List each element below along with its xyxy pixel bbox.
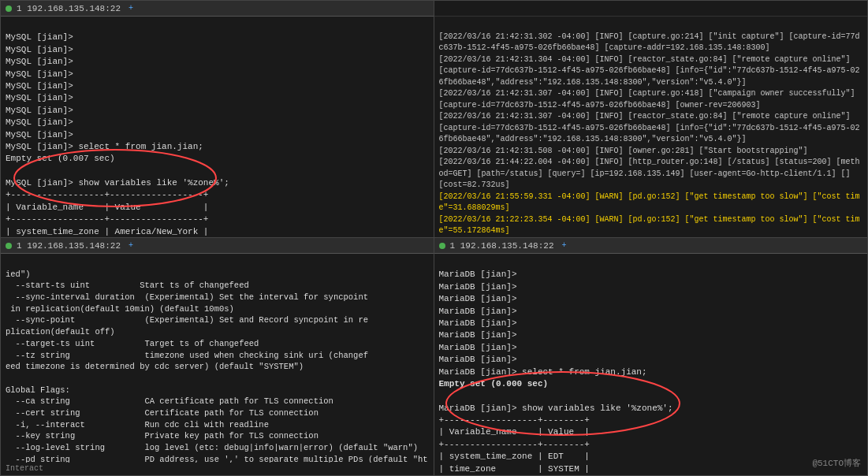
titlebar-bottom-left: 1 192.168.135.148:22 + (1, 238, 434, 254)
titlebar-bottom-right: 1 192.168.135.148:22 + (434, 238, 868, 254)
titlebar-text-top-left: 1 192.168.135.148:22 (17, 4, 121, 13)
green-dot-top-left (6, 6, 12, 12)
plus-icon-bottom[interactable]: + (129, 241, 133, 250)
mariadb-prompts: MariaDB [jian]> MariaDB [jian]> MariaDB … (439, 270, 647, 376)
content-bottom-left: ied") --start-ts uint Start ts of change… (1, 254, 434, 463)
content-bottom-right: MariaDB [jian]> MariaDB [jian]> MariaDB … (434, 254, 868, 475)
panel-top-left: 1 192.168.135.148:22 + MySQL [jian]> MyS… (0, 0, 434, 238)
green-dot-bottom-left (6, 243, 12, 249)
log-line-3: [2022/03/16 21:42:31.307 -04:00] [INFO] … (439, 89, 860, 110)
panel-bottom-right: 1 192.168.135.148:22 + MariaDB [jian]> M… (434, 238, 869, 476)
interact-label: Interact (6, 464, 43, 473)
plus-icon[interactable]: + (129, 4, 133, 13)
content-top-right: [2022/03/16 21:42:31.302 -04:00] [INFO] … (434, 17, 868, 237)
panel-top-right: [2022/03/16 21:42:31.302 -04:00] [INFO] … (434, 0, 869, 238)
log-line-2: [2022/03/16 21:42:31.304 -04:00] [INFO] … (439, 55, 860, 87)
titlebar-text-bottom-left: 1 192.168.135.148:22 (17, 241, 121, 251)
plus-icon-br[interactable]: + (562, 241, 567, 250)
cdc-help-text: ied") --start-ts uint Start ts of change… (6, 270, 428, 463)
log-warn-2: [2022/03/16 21:22:23.354 -04:00] [WARN] … (439, 215, 860, 236)
titlebar-top-right (434, 1, 868, 17)
interact-bar: Interact (1, 463, 434, 475)
content-top-left: MySQL [jian]> MySQL [jian]> MySQL [jian]… (1, 17, 434, 237)
panel-bottom-left: 1 192.168.135.148:22 + ied") --start-ts … (0, 238, 434, 476)
log-line-1: [2022/03/16 21:42:31.302 -04:00] [INFO] … (439, 32, 860, 53)
log-line-6: [2022/03/16 21:44:22.004 -04:00] [INFO] … (439, 158, 860, 189)
log-line-4: [2022/03/16 21:42:31.307 -04:00] [INFO] … (439, 112, 860, 143)
log-warn-1: [2022/03/16 21:55:59.331 -04:00] [WARN] … (439, 192, 860, 213)
titlebar-text-bottom-right: 1 192.168.135.148:22 (450, 241, 554, 251)
green-dot-bottom-right (439, 243, 445, 249)
mariadb-empty: Empty set (0.000 sec) MariaDB [jian]> sh… (439, 379, 673, 475)
titlebar-top-left: 1 192.168.135.148:22 + (1, 1, 434, 17)
mysql-prompts: MySQL [jian]> MySQL [jian]> MySQL [jian]… (6, 32, 229, 237)
log-line-5: [2022/03/16 21:42:31.508 -04:00] [INFO] … (439, 147, 808, 155)
watermark: @51CTO博客 (812, 457, 861, 469)
